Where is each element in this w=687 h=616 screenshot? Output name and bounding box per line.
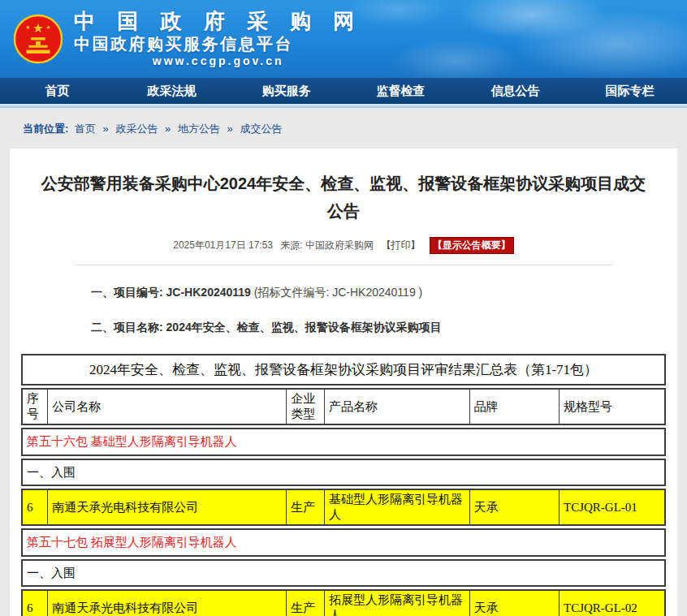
article-card: 公安部警用装备采购中心2024年安全、检查、监视、报警设备框架协议采购项目成交公… [10, 149, 677, 616]
project-name-label: 二、项目名称: [91, 321, 163, 334]
breadcrumb-local-announcements[interactable]: 地方公告 [178, 123, 220, 135]
table-title-row: 2024年安全、检查、监视、报警设备框架协议采购项目评审结果汇总表（第1-71包… [21, 354, 666, 386]
col-header-model: 规格型号 [560, 388, 666, 425]
site-title: 中 国 政 府 采 购 网 [74, 10, 362, 34]
nav-item-regulations[interactable]: 政采法规 [114, 78, 229, 104]
cell-product: 基础型人形隔离引导机器人 [325, 489, 470, 526]
nav-item-international[interactable]: 国际专栏 [572, 78, 687, 104]
national-emblem-icon: ★ ★ ★ [13, 14, 63, 64]
site-url: www.ccgp.gov.cn [74, 54, 362, 68]
cell-seq: 6 [21, 589, 48, 616]
package-57-group-row: 一、入围 [21, 559, 666, 588]
package-56-group-label: 一、入围 [21, 459, 666, 487]
nav-item-supervision[interactable]: 监督检查 [344, 78, 458, 104]
site-subtitle: 中国政府购买服务信息平台 [74, 34, 362, 54]
cell-brand: 天承 [470, 489, 560, 526]
publish-date: 2025年01月17日 17:53 [173, 239, 273, 251]
source-label: 来源: [280, 239, 302, 251]
source-name: 中国政府采购网 [305, 239, 374, 251]
table-row: 6 南通天承光电科技有限公司 生产 基础型人形隔离引导机器人 天承 TCJQR-… [21, 489, 666, 526]
package-56-title: 第五十六包 基础型人形隔离引导机器人 [21, 428, 666, 456]
site-header: ★ ★ ★ 中 国 政 府 采 购 网 中国政府购买服务信息平台 www.ccg… [0, 0, 687, 78]
page-title: 公安部警用装备采购中心2024年安全、检查、监视、报警设备框架协议采购项目成交公… [37, 170, 650, 225]
cell-enterprise-type: 生产 [287, 589, 325, 616]
site-logo[interactable]: ★ ★ ★ 中 国 政 府 采 购 网 中国政府购买服务信息平台 www.ccg… [13, 10, 362, 68]
package-56-row: 第五十六包 基础型人形隔离引导机器人 [21, 428, 666, 456]
breadcrumb-separator: » [227, 123, 233, 135]
nav-item-home[interactable]: 首页 [0, 78, 114, 104]
show-summary-button[interactable]: 【显示公告概要】 [430, 237, 514, 254]
article-meta: 2025年01月17日 17:53 来源: 中国政府采购网 【打印】 【显示公告… [10, 237, 677, 254]
cell-model: TCJQR-GL-02 [560, 589, 666, 616]
logo-text-block: 中 国 政 府 采 购 网 中国政府购买服务信息平台 www.ccgp.gov.… [74, 10, 362, 68]
col-header-enterprise-type: 企业类型 [287, 388, 325, 425]
table-row: 6 南通天承光电科技有限公司 生产 拓展型人形隔离引导机器人 天承 TCJQR-… [21, 589, 666, 616]
project-name-line: 二、项目名称: 2024年安全、检查、监视、报警设备框架协议采购项目 [91, 321, 677, 335]
cell-model: TCJQR-GL-01 [560, 489, 666, 526]
print-button[interactable]: 【打印】 [381, 239, 420, 251]
col-header-product: 产品名称 [325, 388, 470, 425]
package-57-row: 第五十七包 拓展型人形隔离引导机器人 [21, 528, 666, 557]
project-number-value: JC-HK20240119 [166, 286, 251, 299]
package-56-group-row: 一、入围 [21, 459, 666, 487]
col-header-company: 公司名称 [48, 388, 287, 425]
breadcrumb-award-announcements[interactable]: 成交公告 [240, 123, 282, 135]
table-title: 2024年安全、检查、监视、报警设备框架协议采购项目评审结果汇总表（第1-71包… [21, 354, 666, 386]
cell-brand: 天承 [470, 589, 560, 616]
bid-doc-number-note: (招标文件编号: JC-HK20240119 ) [254, 286, 422, 299]
svg-text:★: ★ [32, 21, 44, 36]
cell-company: 南通天承光电科技有限公司 [48, 589, 287, 616]
cell-enterprise-type: 生产 [287, 489, 325, 526]
package-57-title: 第五十七包 拓展型人形隔离引导机器人 [21, 528, 666, 557]
project-number-label: 一、项目编号: [91, 286, 163, 299]
breadcrumb-procurement-announcements[interactable]: 政采公告 [115, 123, 158, 135]
breadcrumb-home[interactable]: 首页 [75, 123, 96, 135]
table-header-row: 序号 公司名称 企业类型 产品名称 品牌 规格型号 [21, 388, 666, 425]
nav-item-announcements[interactable]: 信息公告 [458, 78, 572, 104]
evaluation-results-table: 2024年安全、检查、监视、报警设备框架协议采购项目评审结果汇总表（第1-71包… [21, 351, 666, 616]
col-header-seq: 序号 [21, 388, 48, 425]
nav-item-purchase-services[interactable]: 购买服务 [229, 78, 344, 104]
package-57-group-label: 一、入围 [21, 559, 666, 588]
main-nav: 首页 政采法规 购买服务 监督检查 信息公告 国际专栏 [0, 78, 687, 104]
cell-product: 拓展型人形隔离引导机器人 [325, 589, 470, 616]
svg-text:★: ★ [25, 24, 30, 31]
meta-divider [75, 265, 612, 265]
cell-company: 南通天承光电科技有限公司 [48, 489, 287, 526]
project-number-line: 一、项目编号: JC-HK20240119 (招标文件编号: JC-HK2024… [91, 286, 677, 300]
cell-seq: 6 [21, 489, 48, 526]
breadcrumb: 当前位置: 首页 » 政采公告 » 地方公告 » 成交公告 [0, 108, 687, 149]
breadcrumb-separator: » [103, 123, 109, 135]
project-name-value: 2024年安全、检查、监视、报警设备框架协议采购项目 [166, 321, 442, 334]
svg-text:★: ★ [46, 24, 51, 31]
col-header-brand: 品牌 [470, 388, 560, 425]
breadcrumb-label: 当前位置: [23, 123, 68, 135]
breadcrumb-separator: » [165, 123, 171, 135]
